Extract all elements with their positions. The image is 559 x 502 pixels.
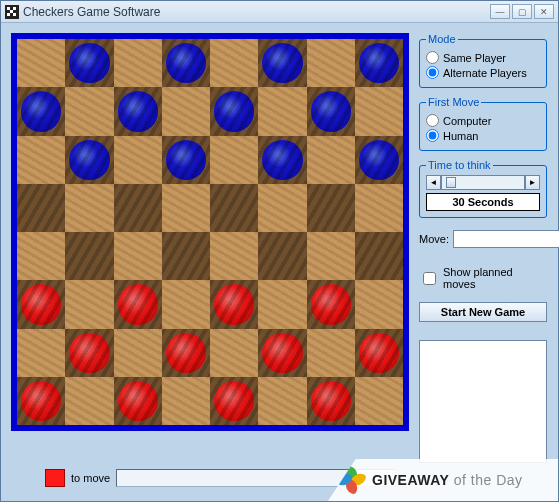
board-square[interactable] (162, 136, 210, 184)
board-square[interactable] (307, 232, 355, 280)
board-square[interactable] (114, 232, 162, 280)
board-square[interactable] (307, 184, 355, 232)
board-square[interactable] (17, 377, 65, 425)
mode-alternate-radio[interactable] (426, 66, 439, 79)
board-square[interactable] (65, 87, 113, 135)
first-move-human[interactable]: Human (426, 129, 540, 142)
slider-left-button[interactable]: ◄ (426, 175, 441, 190)
board-square[interactable] (17, 329, 65, 377)
first-move-computer[interactable]: Computer (426, 114, 540, 127)
board-square[interactable] (258, 329, 306, 377)
blue-piece[interactable] (69, 43, 109, 83)
mode-same-player-radio[interactable] (426, 51, 439, 64)
board-square[interactable] (355, 377, 403, 425)
close-button[interactable]: ✕ (534, 4, 554, 19)
board-square[interactable] (210, 280, 258, 328)
mode-same-player[interactable]: Same Player (426, 51, 540, 64)
board-square[interactable] (258, 280, 306, 328)
slider-track[interactable] (441, 175, 525, 190)
show-planned-row[interactable]: Show planned moves (419, 266, 547, 290)
minimize-button[interactable]: — (490, 4, 510, 19)
blue-piece[interactable] (359, 140, 399, 180)
board-square[interactable] (162, 184, 210, 232)
board-square[interactable] (17, 39, 65, 87)
red-piece[interactable] (214, 381, 254, 421)
time-slider[interactable]: ◄ ► (426, 175, 540, 190)
board-square[interactable] (210, 377, 258, 425)
red-piece[interactable] (166, 333, 206, 373)
blue-piece[interactable] (311, 91, 351, 131)
board-square[interactable] (162, 280, 210, 328)
red-piece[interactable] (118, 381, 158, 421)
board-square[interactable] (210, 87, 258, 135)
red-piece[interactable] (311, 284, 351, 324)
blue-piece[interactable] (166, 43, 206, 83)
board-square[interactable] (258, 39, 306, 87)
maximize-button[interactable]: ▢ (512, 4, 532, 19)
board-square[interactable] (162, 232, 210, 280)
board-square[interactable] (65, 39, 113, 87)
board-square[interactable] (307, 280, 355, 328)
board-square[interactable] (355, 184, 403, 232)
board-square[interactable] (307, 39, 355, 87)
red-piece[interactable] (262, 333, 302, 373)
blue-piece[interactable] (118, 91, 158, 131)
board-square[interactable] (65, 184, 113, 232)
board-square[interactable] (17, 280, 65, 328)
board-square[interactable] (114, 136, 162, 184)
board-square[interactable] (258, 87, 306, 135)
board-square[interactable] (65, 329, 113, 377)
board-square[interactable] (307, 329, 355, 377)
board-square[interactable] (258, 232, 306, 280)
red-piece[interactable] (21, 381, 61, 421)
blue-piece[interactable] (262, 43, 302, 83)
red-piece[interactable] (214, 284, 254, 324)
board-square[interactable] (114, 184, 162, 232)
board-square[interactable] (162, 87, 210, 135)
board-square[interactable] (114, 87, 162, 135)
board-square[interactable] (355, 87, 403, 135)
checkers-board[interactable] (17, 39, 403, 425)
board-square[interactable] (162, 329, 210, 377)
board-square[interactable] (355, 232, 403, 280)
board-square[interactable] (355, 39, 403, 87)
blue-piece[interactable] (262, 140, 302, 180)
board-square[interactable] (258, 184, 306, 232)
first-move-human-radio[interactable] (426, 129, 439, 142)
red-piece[interactable] (21, 284, 61, 324)
board-square[interactable] (114, 377, 162, 425)
move-log[interactable] (419, 340, 547, 463)
board-square[interactable] (355, 136, 403, 184)
blue-piece[interactable] (359, 43, 399, 83)
board-square[interactable] (210, 232, 258, 280)
board-square[interactable] (355, 280, 403, 328)
board-square[interactable] (114, 280, 162, 328)
blue-piece[interactable] (214, 91, 254, 131)
first-move-computer-radio[interactable] (426, 114, 439, 127)
board-square[interactable] (258, 377, 306, 425)
board-square[interactable] (210, 184, 258, 232)
board-square[interactable] (17, 87, 65, 135)
board-square[interactable] (65, 377, 113, 425)
board-square[interactable] (114, 329, 162, 377)
move-input[interactable] (453, 230, 559, 248)
slider-right-button[interactable]: ► (525, 175, 540, 190)
board-square[interactable] (162, 377, 210, 425)
slider-thumb[interactable] (446, 177, 456, 188)
board-square[interactable] (210, 136, 258, 184)
board-square[interactable] (162, 39, 210, 87)
board-square[interactable] (307, 377, 355, 425)
board-square[interactable] (17, 232, 65, 280)
board-square[interactable] (65, 136, 113, 184)
red-piece[interactable] (69, 333, 109, 373)
show-planned-checkbox[interactable] (423, 272, 436, 285)
board-square[interactable] (258, 136, 306, 184)
board-square[interactable] (355, 329, 403, 377)
board-square[interactable] (65, 232, 113, 280)
mode-alternate-players[interactable]: Alternate Players (426, 66, 540, 79)
board-square[interactable] (17, 184, 65, 232)
board-square[interactable] (17, 136, 65, 184)
red-piece[interactable] (311, 381, 351, 421)
red-piece[interactable] (359, 333, 399, 373)
start-new-game-button[interactable]: Start New Game (419, 302, 547, 322)
